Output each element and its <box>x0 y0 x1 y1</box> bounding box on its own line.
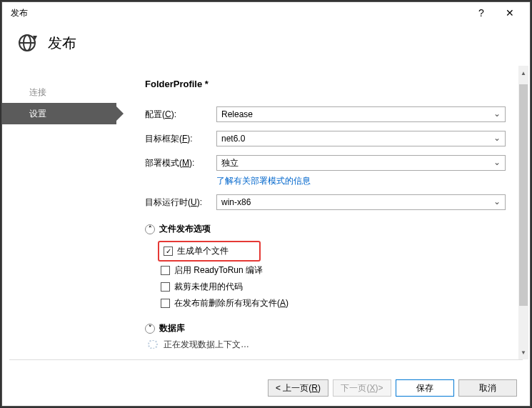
checkbox-icon: ✓ <box>164 247 173 256</box>
sidebar-item-settings[interactable]: 设置 <box>2 103 116 124</box>
sidebar-item-label: 连接 <box>29 86 46 99</box>
select-runtime[interactable]: win-x86 <box>216 194 506 210</box>
select-configuration[interactable]: Release <box>216 106 506 122</box>
row-configuration: 配置(C): Release <box>145 106 506 122</box>
label-deploy-mode: 部署模式(M): <box>145 157 216 169</box>
row-deploy-mode: 部署模式(M): 独立 <box>145 155 506 171</box>
sidebar-item-connect[interactable]: 连接 <box>2 81 116 103</box>
select-value: net6.0 <box>221 134 245 144</box>
link-deploy-mode-info[interactable]: 了解有关部署模式的信息 <box>216 175 506 187</box>
dialog-header: 发布 <box>2 24 530 65</box>
loading-text: 正在发现数据上下文… <box>164 340 249 349</box>
option-single-file[interactable]: ✓ 生成单个文件 <box>164 245 258 257</box>
option-label: 裁剪未使用的代码 <box>174 281 243 293</box>
help-button[interactable]: ? <box>467 3 496 23</box>
row-framework: 目标框架(F): net6.0 <box>145 131 506 146</box>
cancel-button[interactable]: 取消 <box>458 379 517 397</box>
divider <box>9 359 523 360</box>
scroll-down-icon[interactable]: ▼ <box>518 347 528 357</box>
checkbox-icon <box>161 266 170 275</box>
checkbox-icon <box>161 299 170 308</box>
option-delete-existing[interactable]: 在发布前删除所有现有文件(A) <box>161 297 506 309</box>
publish-dialog: 发布 ? ✕ 发布 连接 设置 FolderProfile * <box>1 1 531 407</box>
select-framework[interactable]: net6.0 <box>216 131 506 146</box>
spinner-icon <box>148 340 158 349</box>
dialog-body: 连接 设置 FolderProfile * 配置(C): Release 目标框… <box>2 65 530 359</box>
option-trim[interactable]: 裁剪未使用的代码 <box>161 281 506 293</box>
close-button[interactable]: ✕ <box>496 3 524 23</box>
sidebar-item-label: 设置 <box>29 108 46 120</box>
chevron-up-icon: ˄ <box>145 224 155 234</box>
select-value: Release <box>221 109 253 119</box>
next-button: 下一页(X) > <box>333 379 391 397</box>
chevron-down-icon: ˅ <box>145 324 155 334</box>
highlight-single-file: ✓ 生成单个文件 <box>158 241 261 262</box>
label-configuration: 配置(C): <box>145 109 216 121</box>
dialog-title: 发布 <box>48 34 76 53</box>
settings-panel: FolderProfile * 配置(C): Release 目标框架(F): … <box>116 66 530 359</box>
loading-database: 正在发现数据上下文… <box>148 340 506 349</box>
option-label: 启用 ReadyToRun 编译 <box>174 264 263 277</box>
section-file-publish[interactable]: ˄ 文件发布选项 <box>145 223 506 235</box>
label-runtime: 目标运行时(U): <box>145 196 216 209</box>
checkbox-icon <box>161 282 170 292</box>
option-ready-to-run[interactable]: 启用 ReadyToRun 编译 <box>161 264 506 277</box>
titlebar: 发布 ? ✕ <box>2 2 530 24</box>
option-label: 生成单个文件 <box>177 245 229 257</box>
save-button[interactable]: 保存 <box>396 379 454 397</box>
section-title: 数据库 <box>159 322 185 334</box>
scroll-thumb[interactable] <box>519 84 528 306</box>
window-title: 发布 <box>11 7 467 19</box>
prev-button[interactable]: < 上一页(R) <box>268 379 328 397</box>
publish-icon <box>16 32 38 54</box>
select-deploy-mode[interactable]: 独立 <box>216 155 506 171</box>
scrollbar[interactable]: ▲ ▼ <box>518 66 528 359</box>
scroll-up-icon[interactable]: ▲ <box>518 68 528 78</box>
dialog-footer: < 上一页(R) 下一页(X) > 保存 取消 <box>2 370 530 406</box>
profile-title: FolderProfile * <box>145 79 506 89</box>
option-label: 在发布前删除所有现有文件(A) <box>174 297 288 309</box>
section-title: 文件发布选项 <box>159 223 211 235</box>
label-framework: 目标框架(F): <box>145 133 216 145</box>
select-value: 独立 <box>221 157 239 169</box>
section-database[interactable]: ˅ 数据库 <box>145 322 506 334</box>
wizard-sidebar: 连接 设置 <box>2 66 116 359</box>
select-value: win-x86 <box>221 197 251 207</box>
row-runtime: 目标运行时(U): win-x86 <box>145 194 506 210</box>
